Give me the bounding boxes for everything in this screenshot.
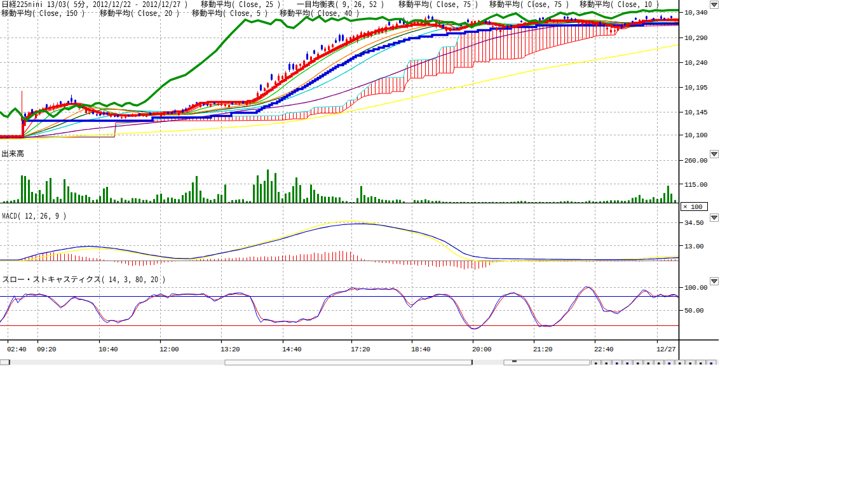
svg-text:22:40: 22:40 bbox=[594, 346, 613, 353]
svg-text:14:40: 14:40 bbox=[282, 346, 301, 353]
svg-text:× 100: × 100 bbox=[683, 203, 702, 211]
svg-text:17:20: 17:20 bbox=[351, 346, 370, 353]
svg-text:10:40: 10:40 bbox=[98, 346, 118, 353]
svg-text:10,100: 10,100 bbox=[684, 132, 707, 139]
svg-text:13:20: 13:20 bbox=[220, 346, 240, 353]
svg-text:10,340: 10,340 bbox=[684, 9, 707, 17]
svg-text:18:40: 18:40 bbox=[411, 346, 430, 353]
svg-text:02:40: 02:40 bbox=[7, 346, 26, 353]
svg-text:34.50: 34.50 bbox=[684, 219, 703, 227]
svg-text:12/27: 12/27 bbox=[656, 346, 675, 353]
svg-text:10,195: 10,195 bbox=[684, 84, 707, 92]
svg-text:10,290: 10,290 bbox=[684, 34, 707, 42]
svg-text:115.00: 115.00 bbox=[684, 181, 707, 189]
svg-text:50.00: 50.00 bbox=[684, 307, 703, 315]
svg-text:13.00: 13.00 bbox=[684, 243, 703, 250]
svg-text:10,240: 10,240 bbox=[684, 59, 707, 67]
svg-text:21:20: 21:20 bbox=[533, 346, 552, 353]
svg-text:260.00: 260.00 bbox=[684, 157, 707, 165]
svg-text:20:00: 20:00 bbox=[472, 346, 491, 353]
svg-text:10,145: 10,145 bbox=[684, 109, 707, 116]
svg-text:09:20: 09:20 bbox=[37, 346, 56, 353]
svg-text:100.00: 100.00 bbox=[684, 284, 707, 292]
svg-text:12:00: 12:00 bbox=[159, 346, 179, 353]
